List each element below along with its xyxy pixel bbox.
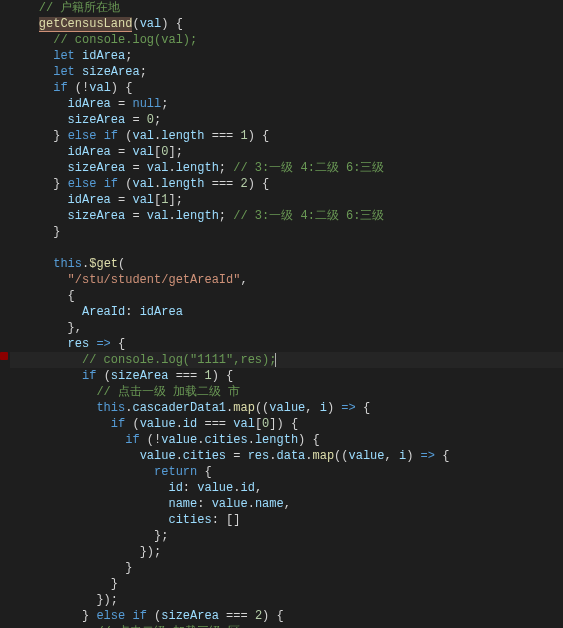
- num: 1: [204, 369, 211, 383]
- code-line[interactable]: // 户籍所在地: [10, 0, 563, 16]
- fn: $get: [89, 257, 118, 271]
- code-line[interactable]: // console.log(val);: [10, 32, 563, 48]
- code-line[interactable]: },: [10, 320, 563, 336]
- param: val: [140, 17, 162, 31]
- text-cursor: [275, 353, 276, 367]
- prop: length: [161, 177, 204, 191]
- code-line[interactable]: this.$get(: [10, 256, 563, 272]
- var: sizeArea: [68, 113, 126, 127]
- code-line[interactable]: value.cities = res.data.map((value, i) =…: [10, 448, 563, 464]
- param: res: [68, 337, 90, 351]
- code-line[interactable]: idArea = val[1];: [10, 192, 563, 208]
- code-line[interactable]: name: value.name,: [10, 496, 563, 512]
- var: sizeArea: [68, 209, 126, 223]
- code-line[interactable]: if (sizeArea === 1) {: [10, 368, 563, 384]
- var: value: [140, 417, 176, 431]
- prop: cities: [204, 433, 247, 447]
- code-line[interactable]: });: [10, 544, 563, 560]
- code-line[interactable]: sizeArea = 0;: [10, 112, 563, 128]
- keyword: return: [154, 465, 197, 479]
- comment-text: // 点击一级 加载二级 市: [96, 385, 240, 399]
- var: idArea: [140, 305, 183, 319]
- keyword: if: [111, 417, 125, 431]
- var: value: [161, 433, 197, 447]
- prop: id: [183, 417, 197, 431]
- code-line[interactable]: // console.log("1111",res);: [10, 352, 563, 368]
- keyword: else if: [96, 609, 146, 623]
- code-line[interactable]: id: value.id,: [10, 480, 563, 496]
- code-line[interactable]: });: [10, 592, 563, 608]
- var: value: [197, 481, 233, 495]
- num: 0: [147, 113, 154, 127]
- keyword: let: [53, 65, 75, 79]
- var: val: [233, 417, 255, 431]
- fn: map: [233, 401, 255, 415]
- code-line[interactable]: // 点击二级 加载三级 区: [10, 624, 563, 628]
- code-line[interactable]: getCensusLand(val) {: [10, 16, 563, 32]
- num: 2: [241, 177, 248, 191]
- comment-text: // console.log("1111",res);: [82, 353, 276, 367]
- var: val: [132, 129, 154, 143]
- key: id: [168, 481, 182, 495]
- var: idArea: [68, 145, 111, 159]
- code-line[interactable]: } else if (val.length === 2) {: [10, 176, 563, 192]
- code-line[interactable]: this.cascaderData1.map((value, i) => {: [10, 400, 563, 416]
- key: cities: [168, 513, 211, 527]
- code-line[interactable]: return {: [10, 464, 563, 480]
- code-editor[interactable]: // 户籍所在地 getCensusLand(val) { // console…: [0, 0, 563, 628]
- prop: length: [176, 161, 219, 175]
- num: 2: [255, 609, 262, 623]
- key: name: [168, 497, 197, 511]
- code-line[interactable]: };: [10, 528, 563, 544]
- var: value: [140, 449, 176, 463]
- string: "/stu/student/getAreaId": [68, 273, 241, 287]
- var: value: [212, 497, 248, 511]
- param: value: [349, 449, 385, 463]
- keyword: let: [53, 49, 75, 63]
- var: val: [132, 193, 154, 207]
- code-line[interactable]: {: [10, 288, 563, 304]
- code-line[interactable]: let idArea;: [10, 48, 563, 64]
- code-line[interactable]: }: [10, 576, 563, 592]
- code-line[interactable]: [10, 240, 563, 256]
- code-line[interactable]: if (value.id === val[0]) {: [10, 416, 563, 432]
- prop: data: [276, 449, 305, 463]
- prop: length: [255, 433, 298, 447]
- var: val: [132, 145, 154, 159]
- code-line[interactable]: } else if (sizeArea === 2) {: [10, 608, 563, 624]
- code-line[interactable]: cities: []: [10, 512, 563, 528]
- param: i: [320, 401, 327, 415]
- code-line[interactable]: sizeArea = val.length; // 3:一级 4:二级 6:三级: [10, 160, 563, 176]
- code-line[interactable]: } else if (val.length === 1) {: [10, 128, 563, 144]
- num: 1: [241, 129, 248, 143]
- code-line[interactable]: }: [10, 224, 563, 240]
- keyword: if: [53, 81, 67, 95]
- var: val: [132, 177, 154, 191]
- comment-text: // console.log(val);: [53, 33, 197, 47]
- code-line[interactable]: sizeArea = val.length; // 3:一级 4:二级 6:三级: [10, 208, 563, 224]
- code-line[interactable]: let sizeArea;: [10, 64, 563, 80]
- code-line[interactable]: if (!val) {: [10, 80, 563, 96]
- var: val: [147, 161, 169, 175]
- comment-text: // 3:一级 4:二级 6:三级: [233, 209, 384, 223]
- code-line[interactable]: AreaId: idArea: [10, 304, 563, 320]
- param: value: [269, 401, 305, 415]
- var: res: [248, 449, 270, 463]
- code-line[interactable]: "/stu/student/getAreaId",: [10, 272, 563, 288]
- this: this: [53, 257, 82, 271]
- var: sizeArea: [111, 369, 169, 383]
- code-line[interactable]: // 点击一级 加载二级 市: [10, 384, 563, 400]
- key: AreaId: [82, 305, 125, 319]
- code-line[interactable]: res => {: [10, 336, 563, 352]
- code-line[interactable]: }: [10, 560, 563, 576]
- code-line[interactable]: if (!value.cities.length) {: [10, 432, 563, 448]
- keyword: if: [125, 433, 139, 447]
- prop: id: [240, 481, 254, 495]
- var: idArea: [68, 97, 111, 111]
- fn: map: [313, 449, 335, 463]
- function-name: getCensusLand: [39, 17, 133, 32]
- prop: length: [161, 129, 204, 143]
- prop: cascaderData1: [132, 401, 226, 415]
- code-line[interactable]: idArea = null;: [10, 96, 563, 112]
- code-line[interactable]: idArea = val[0];: [10, 144, 563, 160]
